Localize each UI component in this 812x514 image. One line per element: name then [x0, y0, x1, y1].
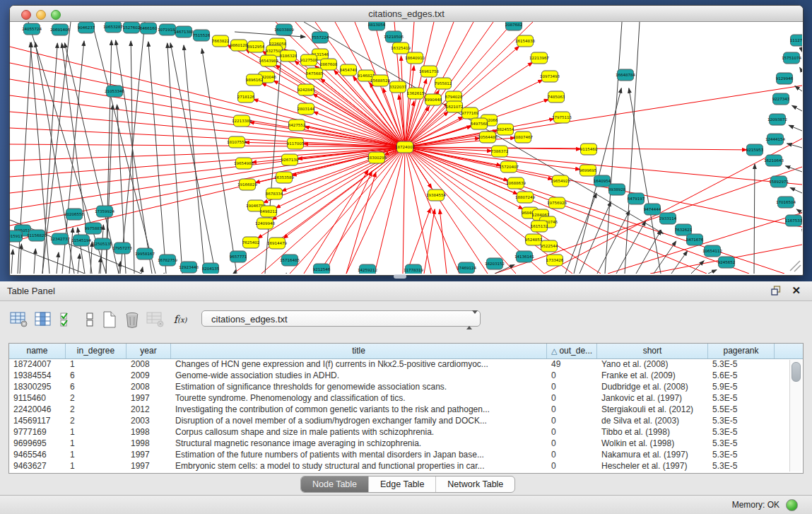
- graph-node[interactable]: 18203152: [485, 258, 505, 269]
- graph-node[interactable]: 12444154: [765, 134, 785, 145]
- graph-node[interactable]: 17957273: [112, 243, 132, 254]
- table-cell[interactable]: 5.6E-5: [708, 370, 775, 381]
- graph-node[interactable]: 3915911: [10, 230, 23, 242]
- table-cell[interactable]: de Silva et al. (2003): [597, 415, 708, 426]
- graph-node[interactable]: 10688639: [506, 177, 526, 189]
- graph-node[interactable]: 12342737: [50, 233, 70, 245]
- table-cell[interactable]: 9777169: [9, 426, 66, 438]
- graph-node[interactable]: 9657771: [230, 251, 247, 262]
- graph-node[interactable]: 16033809: [274, 24, 294, 35]
- graph-node[interactable]: 1112734: [790, 35, 802, 46]
- table-cell[interactable]: Tibbo et al. (1998): [597, 426, 708, 438]
- graph-node[interactable]: 10653287: [103, 22, 123, 33]
- table-cell[interactable]: 1998: [126, 426, 171, 438]
- splitpane-handle[interactable]: [394, 274, 406, 279]
- table-cell[interactable]: 19384554: [9, 370, 66, 381]
- graph-node[interactable]: 9896162: [246, 74, 264, 86]
- table-cell[interactable]: 9463627: [9, 460, 66, 472]
- graph-node[interactable]: 11156829: [27, 230, 47, 241]
- table-cell[interactable]: Tourette syndrome. Phenomenology and cla…: [171, 392, 547, 404]
- graph-node[interactable]: 15751074: [782, 52, 801, 64]
- graph-node[interactable]: 1527602: [123, 22, 141, 33]
- graph-node[interactable]: 8678334: [266, 188, 283, 199]
- graph-node[interactable]: 6479197: [628, 193, 645, 204]
- table-cell[interactable]: Wolkin et al. (1998): [597, 438, 708, 449]
- graph-node[interactable]: 10807467: [513, 132, 533, 143]
- column-header-short[interactable]: short: [597, 344, 708, 358]
- column-header-name[interactable]: name: [9, 344, 66, 358]
- table-row[interactable]: 1938455462009Genome-wide association stu…: [9, 370, 775, 381]
- graph-node[interactable]: 16543982: [259, 55, 278, 66]
- table-cell[interactable]: 1: [66, 426, 126, 438]
- table-cell[interactable]: Estimation of significance thresholds fo…: [171, 381, 547, 392]
- table-row[interactable]: 2242004622012Investigating the contribut…: [9, 404, 775, 415]
- graph-node[interactable]: 12923448: [179, 262, 199, 273]
- table-row[interactable]: 946554611997Estimation of the future num…: [9, 449, 775, 460]
- graph-node[interactable]: 1733426: [546, 255, 564, 266]
- table-cell[interactable]: Yano et al. (2008): [597, 358, 708, 370]
- graph-node[interactable]: 9245652: [718, 257, 736, 268]
- graph-node[interactable]: 11545194: [71, 235, 91, 246]
- table-cell[interactable]: Genome-wide association studies in ADHD.: [171, 370, 547, 381]
- column-header-title[interactable]: title: [171, 344, 547, 358]
- column-header-out_de[interactable]: △out_de...: [547, 344, 597, 358]
- graph-node[interactable]: 15720407: [499, 161, 519, 173]
- table-cell[interactable]: 0: [547, 381, 597, 392]
- graph-node[interactable]: 9522544: [541, 240, 558, 252]
- table-cell[interactable]: 5.3E-5: [708, 426, 775, 438]
- table-cell[interactable]: Franke et al. (2009): [597, 370, 708, 381]
- network-window-titlebar[interactable]: citations_edges.txt: [10, 6, 803, 22]
- graph-node[interactable]: 8454749: [340, 64, 358, 76]
- graph-node[interactable]: 16154838: [515, 35, 535, 47]
- graph-node[interactable]: 18107554: [227, 136, 247, 148]
- scrollbar-thumb[interactable]: [792, 362, 801, 382]
- table-row[interactable]: 946362711997Embryonic stem cells: a mode…: [9, 460, 775, 472]
- table-cell[interactable]: Nakamura et al. (1997): [597, 449, 708, 460]
- table-cell[interactable]: 49: [547, 358, 597, 370]
- table-cell[interactable]: 14569117: [9, 415, 66, 426]
- table-row[interactable]: 977716911998Corpus callosum shape and si…: [9, 426, 775, 438]
- close-panel-icon[interactable]: ✕: [792, 284, 801, 297]
- graph-node[interactable]: 15218506: [384, 31, 404, 42]
- graph-node[interactable]: 6466160: [140, 23, 158, 34]
- table-cell[interactable]: 0: [547, 438, 597, 449]
- graph-node[interactable]: 16353589: [274, 172, 294, 183]
- memory-status-icon[interactable]: [786, 499, 798, 511]
- graph-node[interactable]: 6497568: [471, 118, 488, 129]
- table-row[interactable]: 1830029562008Estimation of significance …: [9, 381, 775, 392]
- table-cell[interactable]: 5.3E-5: [708, 392, 775, 404]
- graph-node[interactable]: 12505135: [93, 238, 112, 250]
- network-graph[interactable]: 1872400718300295193845542405572420691406…: [10, 22, 802, 274]
- graph-node[interactable]: 16648784: [616, 69, 635, 81]
- table-cell[interactable]: Corpus callosum shape and size in male p…: [171, 426, 547, 438]
- graph-node[interactable]: 2933114: [659, 213, 677, 224]
- graph-node[interactable]: 12093872: [767, 114, 787, 125]
- table-cell[interactable]: 5.5E-5: [708, 404, 775, 415]
- table-cell[interactable]: Disruption of a novel member of a sodium…: [171, 415, 547, 426]
- graph-node[interactable]: 9215953: [746, 144, 764, 156]
- graph-node[interactable]: 9699695: [579, 165, 597, 176]
- graph-node[interactable]: 8912954: [247, 41, 265, 52]
- graph-node[interactable]: 8427552: [288, 119, 306, 131]
- graph-node[interactable]: 1640954: [594, 175, 611, 187]
- graph-node[interactable]: 10654112: [702, 245, 722, 257]
- table-cell[interactable]: 9465546: [9, 449, 66, 460]
- tab-edge-table[interactable]: Edge Table: [369, 477, 436, 492]
- graph-node[interactable]: 3475685: [306, 68, 324, 79]
- table-cell[interactable]: 2003: [126, 415, 171, 426]
- graph-node[interactable]: 14671388: [174, 26, 194, 37]
- table-cell[interactable]: Structural magnetic resonance image aver…: [171, 438, 547, 449]
- table-cell[interactable]: Estimation of the future numbers of pati…: [171, 449, 547, 460]
- graph-node[interactable]: 9975887: [85, 223, 102, 234]
- graph-node[interactable]: 9860128: [230, 40, 248, 51]
- delete-icon[interactable]: [122, 309, 143, 330]
- graph-node[interactable]: 19166829: [237, 179, 257, 190]
- table-cell[interactable]: Hescheler et al. (1997): [597, 460, 708, 472]
- table-cell[interactable]: 1: [66, 358, 126, 370]
- graph-node[interactable]: 17975115: [552, 112, 572, 123]
- graph-node[interactable]: 9227343: [772, 93, 790, 105]
- graph-node[interactable]: 9777169: [461, 107, 479, 119]
- column-header-year[interactable]: year: [126, 344, 171, 358]
- table-cell[interactable]: 9115460: [9, 392, 66, 404]
- table-cell[interactable]: 0: [547, 392, 597, 404]
